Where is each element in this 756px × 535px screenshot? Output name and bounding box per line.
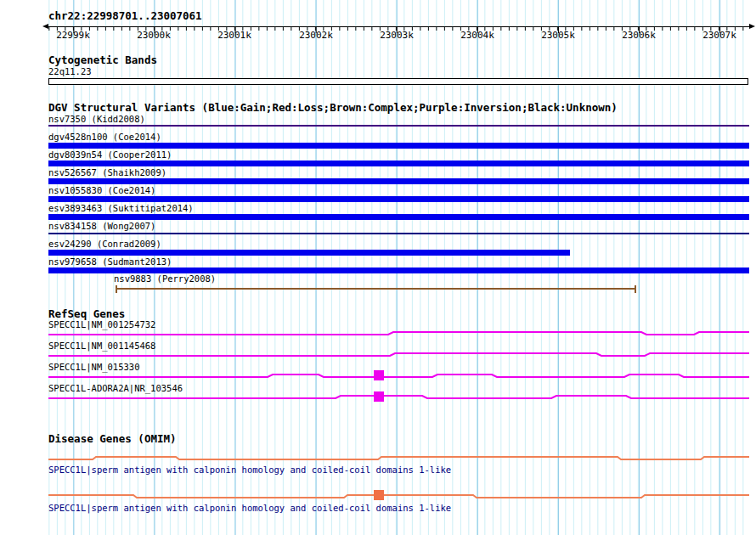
section-header-omim: Disease Genes (OMIM) [48,433,177,444]
disease-gene-line[interactable] [48,490,749,500]
ruler-right-arrow-icon [749,24,755,29]
variant-bar[interactable] [48,196,749,202]
section-header-refseq: RefSeq Genes [48,308,125,319]
variant-thin-line[interactable] [48,233,749,234]
variant-label[interactable]: esv3893463 (Suktitipat2014) [48,203,194,213]
variant-label[interactable]: nsv979658 (Sudmant2013) [48,256,172,267]
gene-line[interactable] [48,349,749,359]
disease-gene-description[interactable]: SPECC1L|sperm antigen with calponin homo… [48,465,451,475]
variant-bar[interactable] [48,268,749,273]
cytoband-label[interactable]: 22q11.23 [48,66,92,76]
variant-label[interactable]: nsv7350 (Kidd2008) [48,114,145,124]
tick-label: 22999k [56,31,90,41]
variant-bar[interactable] [48,160,749,166]
cytoband-box[interactable] [48,78,748,85]
tick-label: 23007k [702,31,736,41]
range-right-cap [635,285,636,293]
tick-label: 23006k [622,31,656,41]
variant-thin-line[interactable] [48,125,749,127]
variant-label[interactable]: nsv1055830 (Coe2014) [48,185,155,195]
range-left-cap [116,285,117,293]
tick-label: 23004k [460,31,494,41]
variant-label[interactable]: dgv4528n100 (Coe2014) [48,132,161,142]
variant-range-line[interactable] [116,288,635,290]
variant-bar[interactable] [48,178,749,184]
disease-gene-description[interactable]: SPECC1L|sperm antigen with calponin homo… [48,503,451,513]
gene-line[interactable] [48,391,749,402]
variant-label[interactable]: nsv9883 (Perry2008) [114,273,216,284]
variant-bar[interactable] [48,143,749,149]
region-title: chr22:22998701..23007061 [48,10,202,21]
genome-browser-view: chr22:22998701..23007061 22999k 23000k 2… [0,0,756,535]
disease-gene-line[interactable] [48,452,749,462]
tick-label: 23001k [217,31,251,41]
tick-label: 23005k [541,31,575,41]
exon-marker[interactable] [374,490,384,500]
section-header-dgv: DGV Structural Variants (Blue:Gain;Red:L… [48,102,618,113]
variant-label[interactable]: nsv526567 (Shaikh2009) [48,167,166,177]
ruler-left-arrow-icon [42,24,48,29]
variant-label[interactable]: esv24290 (Conrad2009) [48,239,161,249]
gene-line[interactable] [48,370,749,380]
variant-label[interactable]: dgv8039n54 (Cooper2011) [48,149,172,160]
section-header-cytobands: Cytogenetic Bands [48,54,157,65]
variant-bar[interactable] [48,250,570,256]
exon-marker[interactable] [374,370,384,380]
variant-label[interactable]: nsv834158 (Wong2007) [48,221,155,231]
variant-bar[interactable] [48,214,749,220]
exon-marker[interactable] [374,391,384,402]
gene-line[interactable] [48,328,749,338]
tick-label: 23003k [380,31,414,41]
tick-label: 23000k [137,31,171,41]
tick-label: 23002k [299,31,333,41]
